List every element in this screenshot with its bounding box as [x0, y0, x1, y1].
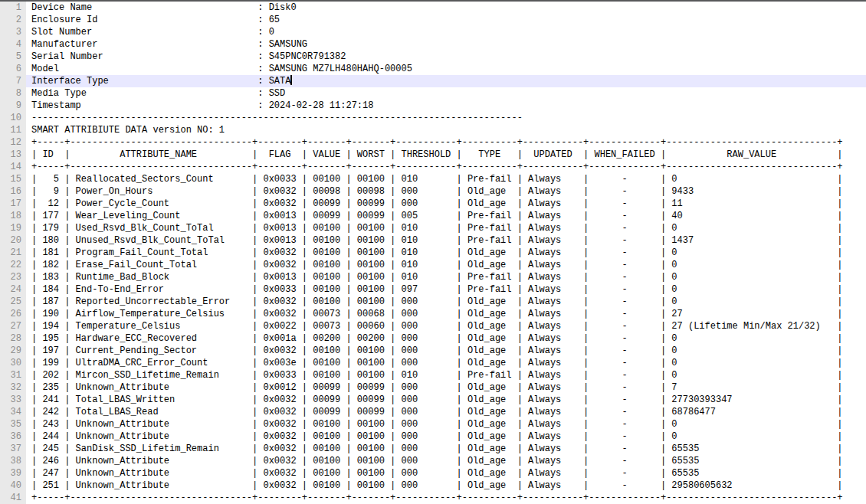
text-line[interactable]: | 202 | Mircon_SSD_Lifetime_Remain | 0x0… — [26, 369, 866, 381]
line-number[interactable]: 34 — [0, 406, 26, 418]
text-line[interactable]: | 197 | Current_Pending_Sector | 0x0032 … — [26, 345, 866, 357]
text-line[interactable]: +-----+---------------------------------… — [26, 161, 866, 173]
text-line[interactable]: | 241 | Total_LBAS_Written | 0x0032 | 00… — [26, 394, 866, 406]
line-number[interactable]: 38 — [0, 455, 26, 467]
line-number[interactable]: 33 — [0, 394, 26, 406]
current-text-line[interactable]: Interface Type : SATA — [26, 75, 866, 87]
text-line[interactable]: Manufacturer : SAMSUNG — [26, 38, 866, 51]
line-number[interactable]: 7 — [0, 75, 26, 87]
text-line[interactable]: | 190 | Airflow_Temperature_Celsius | 0x… — [26, 308, 866, 320]
text-line[interactable]: | 194 | Temperature_Celsius | 0x0022 | 0… — [26, 320, 866, 332]
text-line[interactable]: | 182 | Erase_Fail_Count_Total | 0x0032 … — [26, 259, 866, 271]
line-number[interactable]: 32 — [0, 381, 26, 394]
line-number[interactable]: 9 — [0, 100, 26, 112]
text-line[interactable]: | 247 | Unknown_Attribute | 0x0032 | 001… — [26, 467, 866, 479]
line-number[interactable]: 20 — [0, 234, 26, 247]
text-line[interactable]: | 251 | Unknown_Attribute | 0x0032 | 001… — [26, 479, 866, 492]
text-line[interactable]: | 181 | Program_Fail_Count_Total | 0x003… — [26, 247, 866, 259]
text-line[interactable]: | 243 | Unknown_Attribute | 0x0032 | 001… — [26, 418, 866, 430]
text-line[interactable]: Serial Number : S45PNC0R791382 — [26, 51, 866, 63]
text-area[interactable]: Device Name : Disk0Enclosure Id : 65Slot… — [26, 2, 866, 504]
line-number[interactable]: 26 — [0, 308, 26, 320]
line-number[interactable]: 35 — [0, 418, 26, 430]
line-number[interactable]: 21 — [0, 247, 26, 259]
text-line[interactable]: | ID | ATTRIBUTE_NAME | FLAG | VALUE | W… — [26, 149, 866, 161]
line-number[interactable]: 41 — [0, 492, 26, 504]
line-number[interactable]: 16 — [0, 185, 26, 198]
text-line[interactable]: | 246 | Unknown_Attribute | 0x0032 | 001… — [26, 455, 866, 467]
line-number[interactable]: 11 — [0, 124, 26, 136]
text-line[interactable]: Enclosure Id : 65 — [26, 14, 866, 26]
line-number[interactable]: 29 — [0, 345, 26, 357]
text-line[interactable]: | 187 | Reported_Uncorrectable_Error | 0… — [26, 296, 866, 308]
text-line[interactable]: | 245 | SanDisk_SSD_Lifetim_Remain | 0x0… — [26, 443, 866, 455]
line-number[interactable]: 37 — [0, 443, 26, 455]
text-cursor — [290, 75, 292, 85]
line-number[interactable]: 28 — [0, 332, 26, 345]
line-number[interactable]: 2 — [0, 14, 26, 26]
line-number[interactable]: 4 — [0, 38, 26, 51]
text-line[interactable]: | 177 | Wear_Leveling_Count | 0x0013 | 0… — [26, 210, 866, 222]
text-line[interactable]: Timestamp : 2024-02-28 11:27:18 — [26, 100, 866, 112]
text-line[interactable]: | 180 | Unused_Rsvd_Blk_Count_ToTal | 0x… — [26, 234, 866, 247]
text-line[interactable]: | 183 | Runtime_Bad_Block | 0x0013 | 001… — [26, 271, 866, 283]
line-number[interactable]: 19 — [0, 222, 26, 234]
text-line[interactable]: +-----+---------------------------------… — [26, 492, 866, 504]
line-number[interactable]: 6 — [0, 63, 26, 75]
line-number[interactable]: 36 — [0, 430, 26, 443]
line-number[interactable]: 27 — [0, 320, 26, 332]
line-number[interactable]: 5 — [0, 51, 26, 63]
line-number-gutter[interactable]: 1234567891011121314151617181920212223242… — [0, 2, 26, 504]
text-line[interactable]: | 179 | Used_Rsvd_Blk_Count_ToTal | 0x00… — [26, 222, 866, 234]
line-number[interactable]: 8 — [0, 87, 26, 100]
line-number[interactable]: 15 — [0, 173, 26, 185]
line-number[interactable]: 3 — [0, 26, 26, 38]
line-number[interactable]: 14 — [0, 161, 26, 173]
text-line[interactable]: Slot Number : 0 — [26, 26, 866, 38]
line-number[interactable]: 30 — [0, 357, 26, 369]
text-line[interactable]: | 9 | Power_On_Hours | 0x0032 | 00098 | … — [26, 185, 866, 198]
text-line[interactable]: | 242 | Total_LBAS_Read | 0x0032 | 00099… — [26, 406, 866, 418]
text-line[interactable]: | 244 | Unknown_Attribute | 0x0032 | 001… — [26, 430, 866, 443]
line-number[interactable]: 22 — [0, 259, 26, 271]
text-line[interactable]: +-----+---------------------------------… — [26, 136, 866, 149]
line-number[interactable]: 31 — [0, 369, 26, 381]
text-line[interactable]: ----------------------------------------… — [26, 112, 866, 124]
text-line[interactable]: | 235 | Unknown_Attribute | 0x0012 | 000… — [26, 381, 866, 394]
line-number[interactable]: 17 — [0, 198, 26, 210]
line-number[interactable]: 40 — [0, 479, 26, 492]
text-line[interactable]: Media Type : SSD — [26, 87, 866, 100]
line-number[interactable]: 25 — [0, 296, 26, 308]
line-number[interactable]: 24 — [0, 283, 26, 296]
line-number[interactable]: 39 — [0, 467, 26, 479]
text-line[interactable]: | 12 | Power_Cycle_Count | 0x0032 | 0009… — [26, 198, 866, 210]
line-number[interactable]: 23 — [0, 271, 26, 283]
line-number[interactable]: 1 — [0, 2, 26, 14]
text-line[interactable]: | 195 | Hardware_ECC_Recovered | 0x001a … — [26, 332, 866, 345]
line-number[interactable]: 13 — [0, 149, 26, 161]
text-line[interactable]: | 199 | UltraDMA_CRC_Error_Count | 0x003… — [26, 357, 866, 369]
line-number[interactable]: 12 — [0, 136, 26, 149]
line-number[interactable]: 18 — [0, 210, 26, 222]
text-line[interactable]: | 184 | End-To-End_Error | 0x0033 | 0010… — [26, 283, 866, 296]
text-editor: 1234567891011121314151617181920212223242… — [0, 0, 866, 504]
text-line[interactable]: SMART ATTRIBIUTE DATA version NO: 1 — [26, 124, 866, 136]
text-line[interactable]: Model : SAMSUNG MZ7LH480HAHQ-00005 — [26, 63, 866, 75]
text-line[interactable]: Device Name : Disk0 — [26, 2, 866, 14]
text-line[interactable]: | 5 | Reallocated_Sectors_Count | 0x0033… — [26, 173, 866, 185]
line-number[interactable]: 10 — [0, 112, 26, 124]
